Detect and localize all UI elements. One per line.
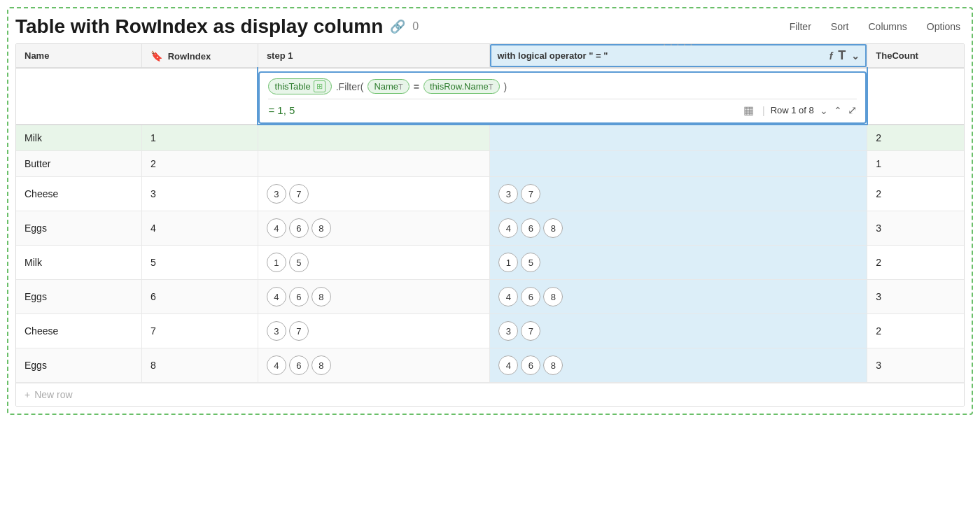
cell-name: Eggs	[16, 280, 142, 314]
table-row[interactable]: Milk515152	[16, 246, 964, 280]
cell-step1: 468	[258, 348, 490, 383]
nav-down-icon[interactable]: ⌄	[820, 105, 828, 116]
cell-rowindex: 1	[142, 125, 258, 151]
cell-formula: 37	[490, 314, 867, 348]
title-link-icon[interactable]: 🔗	[390, 19, 405, 34]
step1-pill[interactable]: 4	[267, 355, 286, 375]
main-table: Name 🔖 RowIndex step 1 · · · · · with l	[16, 44, 964, 383]
step1-pill[interactable]: 5	[289, 253, 309, 272]
page-container: Table with RowIndex as display column 🔗 …	[7, 7, 973, 415]
formula-pill[interactable]: 8	[543, 287, 563, 306]
formula-pill[interactable]: 6	[521, 218, 540, 238]
col-header-name[interactable]: Name	[16, 44, 142, 68]
separator: |	[762, 105, 765, 116]
name-type-T: T	[398, 83, 403, 91]
bookmark-icon: 🔖	[150, 50, 162, 62]
step1-pill[interactable]: 3	[267, 321, 286, 341]
table-row[interactable]: Eggs44684683	[16, 211, 964, 246]
table-row[interactable]: Milk12	[16, 125, 964, 151]
col-header-formula[interactable]: · · · · · with logical operator " = " f …	[490, 44, 867, 68]
step1-pill[interactable]: 6	[289, 287, 309, 306]
cell-step1: 15	[258, 246, 490, 280]
formula-pill[interactable]: 7	[521, 184, 540, 204]
col-header-rowindex[interactable]: 🔖 RowIndex	[142, 44, 258, 68]
cell-thecount: 2	[867, 125, 964, 151]
formula-pill[interactable]: 6	[521, 287, 540, 306]
cell-thecount: 1	[867, 151, 964, 177]
table-row[interactable]: Eggs64684683	[16, 280, 964, 314]
title-count: 0	[412, 20, 419, 33]
col-rowindex-label: RowIndex	[168, 51, 211, 62]
step1-pill[interactable]: 7	[289, 321, 309, 341]
formula-pill[interactable]: 6	[521, 355, 540, 375]
formula-pill[interactable]: 8	[543, 218, 563, 238]
header-row: Table with RowIndex as display column 🔗 …	[15, 15, 965, 38]
new-row-footer[interactable]: + New row	[16, 383, 964, 406]
formula-header-text: with logical operator " = "	[497, 50, 608, 61]
thisrow-type-T: T	[489, 83, 493, 91]
cell-rowindex: 4	[142, 211, 258, 246]
step1-pill[interactable]: 6	[289, 355, 309, 375]
formula-pill[interactable]: 3	[498, 321, 518, 341]
col-header-step1[interactable]: step 1	[258, 44, 490, 68]
formula-dropdown-icon[interactable]: ⌄	[851, 50, 860, 62]
formula-pill[interactable]: 5	[521, 253, 540, 272]
cell-step1	[258, 125, 490, 151]
columns-button[interactable]: Columns	[864, 18, 911, 35]
cell-step1: 37	[258, 314, 490, 348]
step1-pill[interactable]: 8	[312, 355, 331, 375]
table-row[interactable]: Butter21	[16, 151, 964, 177]
formula-expression-row: thisTable ⊞ .Filter( Name T =	[268, 78, 856, 94]
cell-formula: 15	[490, 246, 867, 280]
cell-rowindex: 5	[142, 246, 258, 280]
nav-up-icon[interactable]: ⌃	[834, 105, 842, 116]
token-name[interactable]: Name T	[368, 79, 409, 94]
cell-name: Butter	[16, 151, 142, 177]
step1-pill[interactable]: 8	[312, 218, 331, 238]
step1-pill[interactable]: 4	[267, 287, 286, 306]
step1-pill[interactable]: 6	[289, 218, 309, 238]
cell-formula: 37	[490, 177, 867, 211]
formula-popup: thisTable ⊞ .Filter( Name T =	[258, 71, 866, 124]
formula-pill[interactable]: 3	[498, 184, 518, 204]
step1-pill[interactable]: 4	[267, 218, 286, 238]
col-header-thecount[interactable]: TheCount	[867, 44, 964, 68]
table-row[interactable]: Cheese337372	[16, 177, 964, 211]
step1-pill[interactable]: 7	[289, 184, 309, 204]
formula-pill[interactable]: 1	[498, 253, 518, 272]
new-row-label: New row	[34, 389, 72, 400]
cell-thecount: 2	[867, 314, 964, 348]
italic-f-icon[interactable]: f	[830, 50, 833, 62]
step1-pill[interactable]: 3	[267, 184, 286, 204]
table-row[interactable]: Cheese737372	[16, 314, 964, 348]
cell-step1: 37	[258, 177, 490, 211]
expand-icon[interactable]: ⤢	[848, 104, 857, 117]
cell-step1	[258, 151, 490, 177]
cell-name: Cheese	[16, 177, 142, 211]
cell-formula: 468	[490, 211, 867, 246]
options-button[interactable]: Options	[923, 18, 965, 35]
big-T-icon[interactable]: T	[838, 48, 846, 63]
step1-pill[interactable]: 8	[312, 287, 331, 306]
formula-popup-row: thisTable ⊞ .Filter( Name T =	[16, 68, 964, 125]
formula-pill[interactable]: 8	[543, 355, 563, 375]
table-row[interactable]: Eggs84684683	[16, 348, 964, 383]
formula-pill[interactable]: 4	[498, 287, 518, 306]
sort-button[interactable]: Sort	[827, 18, 853, 35]
formula-pill[interactable]: 4	[498, 218, 518, 238]
cell-thecount: 3	[867, 280, 964, 314]
step1-pill[interactable]: 1	[267, 253, 286, 272]
formula-icon-group: f T ⌄	[830, 48, 860, 63]
token-thisrow-name[interactable]: thisRow.Name T	[424, 79, 500, 94]
formula-pill[interactable]: 7	[521, 321, 540, 341]
new-row-plus-icon: +	[24, 389, 30, 400]
cell-formula: 468	[490, 348, 867, 383]
cell-step1: 468	[258, 280, 490, 314]
cell-formula	[490, 151, 867, 177]
token-this-table[interactable]: thisTable ⊞	[268, 78, 331, 94]
name-text: Name	[374, 81, 398, 92]
filter-button[interactable]: Filter	[785, 18, 816, 35]
cell-step1: 468	[258, 211, 490, 246]
formula-pill[interactable]: 4	[498, 355, 518, 375]
cell-name: Cheese	[16, 314, 142, 348]
